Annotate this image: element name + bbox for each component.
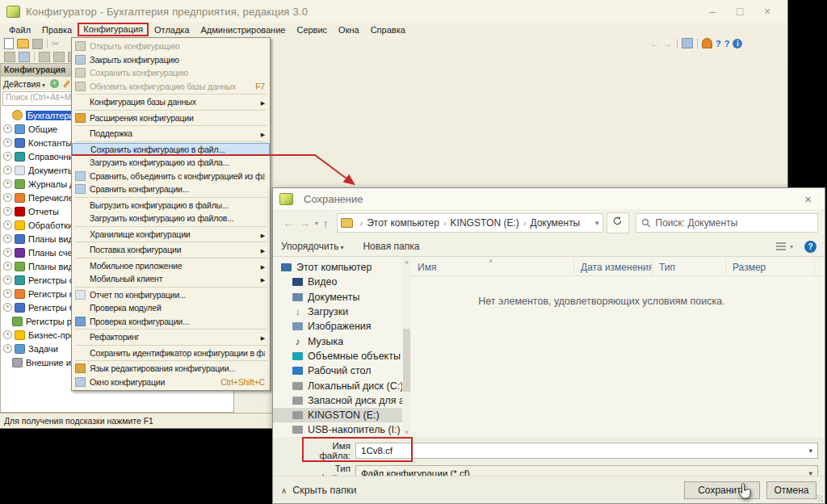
menu-item[interactable]: Проверка модулей <box>72 301 270 315</box>
expand-icon[interactable]: + <box>3 193 12 202</box>
menubar-item[interactable]: Администрирование <box>195 24 292 36</box>
menubar-item[interactable]: Сервис <box>291 24 333 36</box>
dialog-close-button[interactable]: × <box>798 192 818 206</box>
menubar-item[interactable]: Окна <box>333 24 365 36</box>
info-icon[interactable]: i <box>733 39 742 48</box>
expand-icon[interactable]: + <box>3 138 12 147</box>
close-button[interactable]: × <box>754 1 781 22</box>
new-document-icon[interactable] <box>4 38 14 49</box>
forward-icon[interactable] <box>300 217 310 229</box>
breadcrumb-segment[interactable]: KINGSTON (E:) <box>449 217 521 229</box>
expand-icon[interactable]: + <box>3 179 12 188</box>
config-db-icon[interactable] <box>4 52 15 62</box>
search-input[interactable]: Поиск: Документы <box>636 213 818 233</box>
expand-icon[interactable]: + <box>3 220 12 229</box>
menu-item[interactable]: Сравнить конфигурации... <box>72 183 270 196</box>
file-name-dropdown-icon[interactable] <box>808 447 812 455</box>
resize-grip[interactable] <box>817 495 823 502</box>
menu-item[interactable]: Конфигурация базы данных <box>72 95 270 109</box>
user-icon[interactable] <box>702 38 712 48</box>
menu-item[interactable]: Проверка конфигурации... <box>72 315 270 329</box>
menu-item[interactable]: Хранилище конфигурации <box>72 228 270 242</box>
expand-icon[interactable]: + <box>3 275 12 284</box>
copy-icon[interactable] <box>682 38 693 48</box>
hide-folders-button[interactable]: Скрыть папки <box>281 485 356 496</box>
menu-item[interactable]: Сохранить конфигурацию в файл... <box>72 143 270 157</box>
menu-item[interactable]: Загрузить конфигурацию из файла... <box>72 156 270 170</box>
menubar-item[interactable]: Отладка <box>149 24 195 36</box>
address-bar[interactable]: ›Этот компьютер›KINGSTON (E:)›Документы <box>337 213 603 233</box>
nav-tree-item[interactable]: Объемные объекты <box>273 349 402 363</box>
menubar-item[interactable]: Конфигурация <box>78 23 149 36</box>
menu-item[interactable]: Язык редактирования конфигурации... <box>72 362 270 376</box>
expand-icon[interactable]: + <box>3 262 12 271</box>
menu-item[interactable]: Поставка конфигурации <box>72 243 270 257</box>
nav-tree-item[interactable]: Рабочий стол <box>273 363 402 378</box>
scroll-down-icon[interactable]: ∨ <box>402 429 411 435</box>
menu-item[interactable]: Отчет по конфигурации... <box>72 288 270 302</box>
undo-icon[interactable] <box>650 39 660 48</box>
scroll-up-icon[interactable]: ∧ <box>402 259 411 266</box>
expand-icon[interactable]: + <box>3 289 12 298</box>
help-icon[interactable]: ? <box>804 241 817 253</box>
menu-item[interactable]: Рефакторинг <box>72 330 270 344</box>
cut-icon[interactable]: ✂ <box>52 39 59 48</box>
expand-icon[interactable]: + <box>3 248 12 257</box>
menu-item[interactable]: Обновить конфигурацию базы данныхF7 <box>72 80 270 94</box>
menu-item[interactable]: Поддержка <box>72 127 270 141</box>
actions-menu-button[interactable]: Действия <box>3 79 45 89</box>
config-save-icon[interactable] <box>39 52 50 62</box>
refresh-button[interactable] <box>607 212 629 233</box>
nav-tree-item[interactable]: Изображения <box>273 319 402 334</box>
menu-item[interactable]: Сравнить, объединить с конфигурацией из … <box>72 170 270 183</box>
nav-tree-item[interactable]: KINGSTON (E:) <box>273 408 402 422</box>
menu-item[interactable]: Мобильное приложение <box>72 259 270 273</box>
save-file-icon[interactable] <box>32 39 43 49</box>
organize-button[interactable]: Упорядочить <box>281 241 343 252</box>
menu-item[interactable]: Выгрузить конфигурацию в файлы... <box>72 199 270 212</box>
menu-item[interactable]: Загрузить конфигурацию из файлов... <box>72 212 270 225</box>
breadcrumb-segment[interactable]: Документы <box>528 217 581 229</box>
open-file-icon[interactable] <box>17 39 29 48</box>
menu-item[interactable]: Мобильный клиент <box>72 272 270 286</box>
tree-scrollbar[interactable]: ∧ ∨ <box>402 258 411 437</box>
column-header[interactable]: Тип <box>653 258 726 275</box>
config-store-icon[interactable] <box>19 52 30 62</box>
expand-icon[interactable]: + <box>3 152 12 161</box>
nav-tree-item[interactable]: ♪Музыка <box>273 334 402 348</box>
file-name-input[interactable]: 1Cv8.cf <box>355 443 818 459</box>
menubar-item[interactable]: Справка <box>365 24 411 36</box>
nav-tree-item[interactable]: Запасной диск для а <box>273 393 402 408</box>
menu-item[interactable]: Окно конфигурацииCtrl+Shift+C <box>72 376 270 389</box>
view-list-icon[interactable] <box>776 242 786 251</box>
redo-icon[interactable] <box>663 39 673 48</box>
menu-item[interactable]: Закрыть конфигурацию <box>72 53 270 67</box>
new-folder-button[interactable]: Новая папка <box>363 241 419 252</box>
view-dropdown-icon[interactable] <box>790 243 793 250</box>
menu-item[interactable]: Сохранить конфигурацию <box>72 66 270 80</box>
nav-tree-item[interactable]: ↓Загрузки <box>273 304 402 319</box>
scrollbar-thumb[interactable] <box>403 329 410 392</box>
column-header[interactable]: Дата изменения <box>574 258 653 275</box>
nav-tree-item[interactable]: Локальный диск (C:) <box>273 378 402 393</box>
up-icon[interactable] <box>323 217 329 229</box>
menubar-item[interactable]: Правка <box>36 24 78 36</box>
expand-icon[interactable]: + <box>3 207 12 216</box>
cancel-button[interactable]: Отмена <box>766 481 817 499</box>
expand-icon[interactable]: + <box>3 344 12 353</box>
menubar-item[interactable]: Файл <box>3 24 36 36</box>
back-icon[interactable] <box>283 217 293 229</box>
config-compare-icon[interactable] <box>53 52 65 62</box>
add-icon[interactable]: + <box>50 79 59 88</box>
address-dropdown-icon[interactable] <box>595 219 599 227</box>
column-header[interactable]: Размер <box>726 258 815 275</box>
syntax-check-icon[interactable]: ? <box>716 39 721 48</box>
expand-icon[interactable]: + <box>3 303 12 312</box>
expand-icon[interactable]: + <box>3 330 12 339</box>
menu-item[interactable]: Открыть конфигурацию <box>72 40 270 53</box>
save-button[interactable]: Сохранить <box>684 481 760 499</box>
nav-tree-item[interactable]: Документы <box>273 290 402 304</box>
menu-item[interactable]: Расширения конфигурации <box>72 111 270 125</box>
recent-locations-icon[interactable] <box>315 220 318 227</box>
nav-tree-item[interactable]: Этот компьютер <box>273 260 402 275</box>
